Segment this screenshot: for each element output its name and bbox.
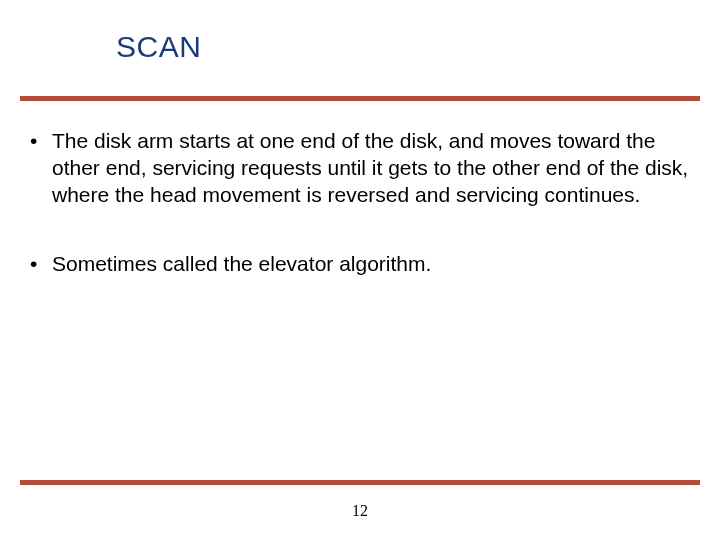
page-title: SCAN: [116, 30, 201, 64]
divider-bottom: [20, 480, 700, 485]
bullet-list: The disk arm starts at one end of the di…: [28, 128, 692, 278]
slide: SCAN The disk arm starts at one end of t…: [0, 0, 720, 540]
content-area: The disk arm starts at one end of the di…: [28, 128, 692, 320]
list-item: The disk arm starts at one end of the di…: [28, 128, 692, 209]
divider-top: [20, 96, 700, 101]
page-number: 12: [0, 502, 720, 520]
list-item: Sometimes called the elevator algorithm.: [28, 251, 692, 278]
